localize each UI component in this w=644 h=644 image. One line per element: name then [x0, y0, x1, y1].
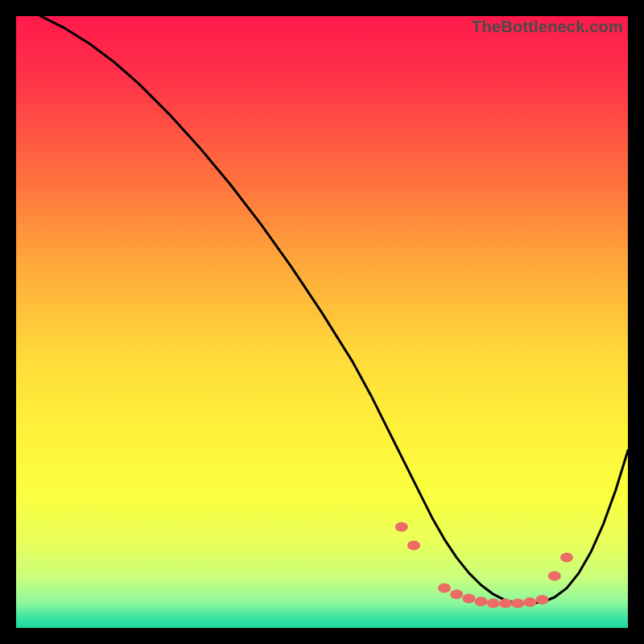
curve-marker	[536, 595, 549, 605]
curve-marker	[511, 599, 524, 609]
curve-marker	[475, 597, 488, 606]
curve-marker	[560, 553, 573, 563]
curve-marker	[462, 594, 475, 604]
chart-canvas	[16, 16, 628, 628]
gradient-rect	[16, 16, 628, 628]
curve-marker	[395, 522, 408, 532]
curve-marker	[499, 599, 512, 609]
curve-marker	[523, 597, 536, 607]
curve-marker	[438, 584, 451, 593]
watermark-label: TheBottleneck.com	[472, 18, 623, 36]
curve-marker	[407, 540, 420, 550]
chart-frame: TheBottleneck.com	[16, 16, 628, 628]
curve-marker	[548, 571, 561, 580]
curve-marker	[450, 589, 463, 599]
curve-marker	[487, 599, 500, 609]
